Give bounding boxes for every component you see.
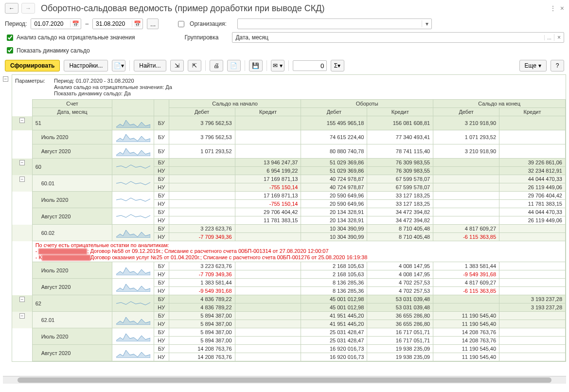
print-button[interactable]: 🖨 [210,60,223,71]
preview-button[interactable]: 📄 [227,60,241,71]
account-cell[interactable]: 60.02 [32,225,112,241]
date-to-input[interactable] [93,19,132,29]
value-cell: 26 119 449,06 [499,216,566,225]
value-cell: -6 115 363,85 [433,287,499,295]
value-cell: 5 894 387,00 [169,320,235,328]
generate-button[interactable]: Сформировать [5,60,60,71]
mail-dropdown-button[interactable]: ✉▾ [271,60,284,71]
grouping-select[interactable]: Дата, месяц [232,34,544,41]
account-cell[interactable]: Август 2020 [32,144,112,159]
back-button[interactable]: ← [5,3,18,14]
value-cell: 14 208 763,76 [433,337,499,345]
value-cell [169,192,235,200]
value-cell [499,328,566,337]
expand-icon: ⇲ [175,62,179,69]
value-cell: 4 702 257,53 [367,279,433,287]
account-cell[interactable]: 60 [32,159,112,175]
value-cell [499,320,566,328]
org-checkbox[interactable] [178,21,184,27]
date-from-input[interactable] [31,19,70,29]
value-cell: 40 724 978,87 [301,183,367,192]
value-cell [499,345,566,353]
more-button[interactable]: Еще ▾ [519,60,547,71]
date-separator: – [85,20,89,27]
forward-button[interactable]: → [21,3,35,14]
calendar-icon[interactable]: 📅 [70,20,81,27]
grouping-clear-button[interactable]: × [554,34,564,41]
account-cell[interactable]: Август 2020 [32,208,112,225]
account-cell[interactable]: 51 [32,116,112,130]
value-cell: 4 817 609,27 [433,279,499,287]
copy-dropdown-button[interactable]: 📄▾ [112,60,125,71]
separator [129,60,130,71]
chevron-down-icon[interactable]: ▾ [422,20,431,27]
expand-button[interactable]: ⇲ [170,60,184,71]
value-cell [235,279,301,287]
value-cell: 45 001 012,98 [301,295,367,303]
collapse-icon[interactable]: − [19,160,25,165]
value-cell: 44 044 470,33 [499,175,566,183]
kebab-icon[interactable]: ⋮ [550,4,556,12]
save-button[interactable]: 💾 [249,60,263,71]
account-cell[interactable]: 60.01 [32,175,112,192]
account-cell[interactable]: Июль 2020 [32,328,112,345]
report-area: − Параметры: Период: 01.07.2020 - 31.08.… [0,74,569,376]
collapse-icon[interactable]: − [3,76,8,82]
separator [245,60,245,71]
value-cell: 20 134 328,91 [301,216,367,225]
sigma-dropdown-button[interactable]: Σ▾ [331,60,344,71]
collapse-icon[interactable]: − [19,177,25,182]
period-picker-button[interactable]: ... [147,18,159,29]
date-to-field[interactable]: 📅 [92,18,143,29]
value-cell [433,175,499,183]
value-cell: 3 210 918,90 [433,144,499,159]
settings-button[interactable]: Настройки... [64,60,108,71]
account-cell[interactable]: Август 2020 [32,345,112,361]
value-cell: 11 190 545,40 [433,353,499,361]
collapse-icon[interactable]: − [19,297,25,302]
value-cell: 67 599 578,07 [367,175,433,183]
value-cell: 14 208 763,76 [433,328,499,337]
collapse-icon[interactable]: − [19,313,25,319]
sparkline-cell [112,159,154,175]
find-button[interactable]: Найти... [134,60,166,71]
help-button[interactable]: ? [551,60,564,71]
warning-message: По счету есть отрицательные остатки по а… [32,241,565,262]
horizontal-scrollbar[interactable] [3,376,566,384]
value-cell [499,225,566,233]
value-cell [433,159,499,167]
value-cell: -9 549 391,68 [433,270,499,279]
value-cell: 10 304 390,99 [301,233,367,241]
account-cell[interactable]: Июль 2020 [32,192,112,208]
number-input[interactable] [293,60,327,71]
analyze-negative-checkbox[interactable] [7,35,13,41]
value-cell: 34 472 394,82 [367,216,433,225]
close-icon[interactable]: × [560,4,564,12]
account-cell[interactable]: 62 [32,295,112,312]
account-cell[interactable]: 62.01 [32,312,112,328]
value-cell [235,328,301,337]
value-cell [235,270,301,279]
value-cell: 11 781 383,15 [499,200,566,208]
account-cell[interactable]: Август 2020 [32,279,112,295]
value-cell [499,353,566,361]
report-table: Счет Сальдо на начало Обороты Сальдо на … [12,99,566,361]
value-cell: -7 709 349,36 [169,233,235,241]
date-from-field[interactable]: 📅 [31,18,81,29]
value-cell: 4 836 789,22 [169,303,235,312]
collapse-button[interactable]: ⇱ [188,60,201,71]
value-cell: 10 304 390,99 [301,225,367,233]
value-cell: 67 599 578,07 [367,183,433,192]
account-cell[interactable]: Июль 2020 [32,130,112,144]
show-dynamics-checkbox[interactable] [7,47,13,53]
grouping-more-button[interactable]: ... [544,35,554,40]
accounting-type: БУ [154,208,169,216]
header-turn: Обороты [301,100,433,108]
account-cell[interactable]: Июль 2020 [32,262,112,279]
value-cell: 3 193 237,28 [499,303,566,312]
value-cell [169,175,235,183]
value-cell [433,192,499,200]
accounting-type: НУ [154,167,169,175]
calendar-icon[interactable]: 📅 [132,20,142,27]
collapse-icon[interactable]: − [19,118,25,123]
